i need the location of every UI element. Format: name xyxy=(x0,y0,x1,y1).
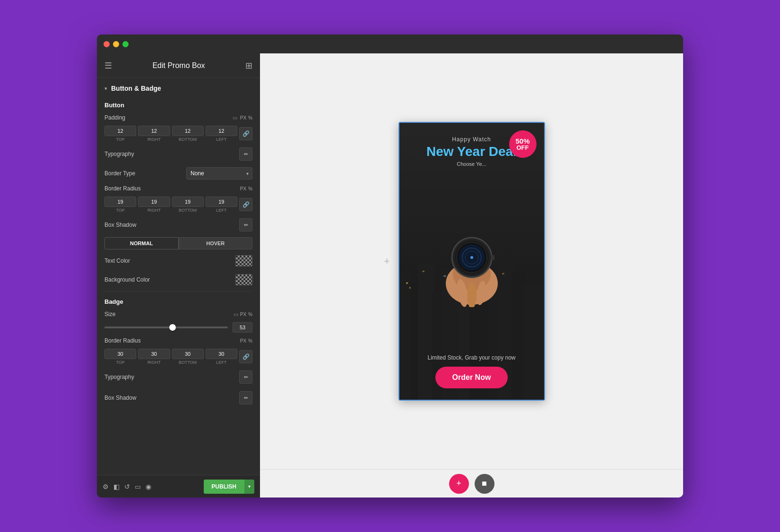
badge-border-radius-px-unit[interactable]: PX xyxy=(240,338,246,343)
publish-arrow-button[interactable]: ▾ xyxy=(244,480,254,494)
badge-size-value-input[interactable] xyxy=(233,322,252,333)
promo-subtitle: Happy Watch xyxy=(452,136,491,143)
border-radius-field-row: Border Radius PX % xyxy=(97,182,260,195)
badge-br-link-icon[interactable]: 🔗 xyxy=(239,350,252,363)
hover-tab[interactable]: HOVER xyxy=(179,237,253,249)
typography-row: Typography ✏ xyxy=(97,144,260,164)
badge-border-radius-grid: TOP RIGHT BOTTOM LEFT 🔗 xyxy=(97,347,260,367)
border-radius-right-input[interactable] xyxy=(138,197,170,207)
canvas-inner: + xyxy=(260,53,683,469)
maximize-button[interactable] xyxy=(122,41,129,47)
typography-edit-button[interactable]: ✏ xyxy=(239,147,252,161)
border-type-row: Border Type None Solid Dashed Dotted ▾ xyxy=(97,164,260,182)
normal-hover-tabs: NORMAL HOVER xyxy=(104,237,252,249)
border-radius-left-input[interactable] xyxy=(206,197,237,207)
close-button[interactable] xyxy=(104,41,110,47)
border-radius-bottom-label: BOTTOM xyxy=(172,208,204,213)
badge-size-slider-thumb[interactable] xyxy=(169,324,176,331)
badge-size-percent-unit[interactable]: % xyxy=(248,312,252,317)
badge-off: OFF xyxy=(517,145,529,151)
badge-border-radius-label: Border Radius xyxy=(104,337,141,344)
padding-left-input[interactable] xyxy=(206,126,237,136)
badge-size-slider-row xyxy=(97,320,260,335)
add-element-icon[interactable]: + xyxy=(384,255,390,267)
grid-icon[interactable]: ⊞ xyxy=(245,60,252,71)
history-icon[interactable]: ↺ xyxy=(124,483,130,490)
badge-size-px-unit[interactable]: PX xyxy=(240,312,246,317)
badge-size-label: Size xyxy=(104,311,115,317)
badge-typography-label: Typography xyxy=(104,374,134,380)
add-fab-button[interactable]: + xyxy=(449,474,469,494)
border-radius-percent-unit[interactable]: % xyxy=(248,186,252,191)
normal-tab[interactable]: NORMAL xyxy=(104,237,179,249)
chevron-down-icon: ▾ xyxy=(104,86,107,92)
badge-typography-row: Typography ✏ xyxy=(97,367,260,387)
badge-br-left-label: LEFT xyxy=(206,360,237,365)
percent-unit[interactable]: % xyxy=(248,115,252,120)
padding-link-icon[interactable]: 🔗 xyxy=(239,127,252,140)
badge-box-shadow-edit-button[interactable]: ✏ xyxy=(239,391,252,404)
gear-icon[interactable]: ⚙ xyxy=(103,483,109,490)
sidebar-header: ☰ Edit Promo Box ⊞ xyxy=(97,53,260,78)
border-radius-link-icon[interactable]: 🔗 xyxy=(239,198,252,211)
badge-label: Badge xyxy=(97,293,260,308)
box-shadow-label: Box Shadow xyxy=(104,222,136,228)
app-body: ☰ Edit Promo Box ⊞ ▾ Button & Badge Butt… xyxy=(97,53,683,498)
eye-icon[interactable]: ◉ xyxy=(146,483,151,490)
sidebar-title: Edit Promo Box xyxy=(152,61,205,70)
badge-border-radius-field-row: Border Radius PX % xyxy=(97,335,260,347)
sidebar: ☰ Edit Promo Box ⊞ ▾ Button & Badge Butt… xyxy=(97,53,260,498)
minimize-button[interactable] xyxy=(113,41,119,47)
border-type-select[interactable]: None Solid Dashed Dotted xyxy=(186,167,252,180)
toolbar-icons: ⚙ ◧ ↺ ▭ ◉ xyxy=(103,483,151,490)
border-radius-top-label: TOP xyxy=(104,208,136,213)
badge-br-right-label: RIGHT xyxy=(138,360,170,365)
badge-percent: 50% xyxy=(515,137,529,145)
padding-bottom-input[interactable] xyxy=(172,126,204,136)
badge-box-shadow-label: Box Shadow xyxy=(104,395,136,401)
sidebar-content: ▾ Button & Badge Button Padding ▭ PX % xyxy=(97,78,260,475)
sidebar-toolbar: ⚙ ◧ ↺ ▭ ◉ PUBLISH ▾ xyxy=(97,475,260,498)
stop-fab-button[interactable]: ■ xyxy=(475,474,494,494)
traffic-lights xyxy=(104,41,129,47)
border-type-select-wrapper: None Solid Dashed Dotted ▾ xyxy=(186,167,252,180)
padding-grid: TOP RIGHT BOTTOM LEFT 🔗 xyxy=(97,124,260,144)
publish-button[interactable]: PUBLISH xyxy=(204,480,244,494)
button-badge-label: Button & Badge xyxy=(111,85,161,92)
padding-label: Padding xyxy=(104,114,125,121)
padding-top-input[interactable] xyxy=(104,126,136,136)
px-unit[interactable]: PX xyxy=(240,115,246,120)
badge-typography-edit-button[interactable]: ✏ xyxy=(239,370,252,384)
promo-cta-button[interactable]: Order Now xyxy=(435,367,508,388)
border-radius-top-input[interactable] xyxy=(104,197,136,207)
badge-border-radius-units: PX % xyxy=(240,338,252,343)
device-icon[interactable]: ▭ xyxy=(135,483,141,490)
badge-br-bottom-label: BOTTOM xyxy=(172,360,204,365)
main-window: ☰ Edit Promo Box ⊞ ▾ Button & Badge Butt… xyxy=(97,34,683,498)
padding-bottom-label: BOTTOM xyxy=(172,137,204,142)
badge-br-left-input[interactable] xyxy=(206,349,237,359)
box-shadow-edit-button[interactable]: ✏ xyxy=(239,218,252,232)
border-radius-left-label: LEFT xyxy=(206,208,237,213)
button-badge-section[interactable]: ▾ Button & Badge xyxy=(97,78,260,97)
padding-top-label: TOP xyxy=(104,137,136,142)
border-radius-bottom-input[interactable] xyxy=(172,197,204,207)
text-color-swatch[interactable] xyxy=(235,255,252,266)
border-radius-px-unit[interactable]: PX xyxy=(240,186,246,191)
badge-br-bottom-input[interactable] xyxy=(172,349,204,359)
promo-badge: 50% OFF xyxy=(509,130,537,158)
text-color-label: Text Color xyxy=(104,257,130,264)
menu-icon[interactable]: ☰ xyxy=(104,60,112,71)
padding-right-input[interactable] xyxy=(138,126,170,136)
layers-icon[interactable]: ◧ xyxy=(113,483,120,490)
border-radius-units: PX % xyxy=(240,186,252,191)
badge-border-radius-percent-unit[interactable]: % xyxy=(248,338,252,343)
bg-color-swatch[interactable] xyxy=(235,274,252,285)
badge-box-shadow-row: Box Shadow ✏ xyxy=(97,387,260,408)
badge-br-right-input[interactable] xyxy=(138,349,170,359)
badge-br-top-label: TOP xyxy=(104,360,136,365)
badge-br-top-input[interactable] xyxy=(104,349,136,359)
padding-left-label: LEFT xyxy=(206,137,237,142)
badge-size-slider-track[interactable] xyxy=(104,326,228,328)
bg-color-label: Background Color xyxy=(104,276,150,283)
